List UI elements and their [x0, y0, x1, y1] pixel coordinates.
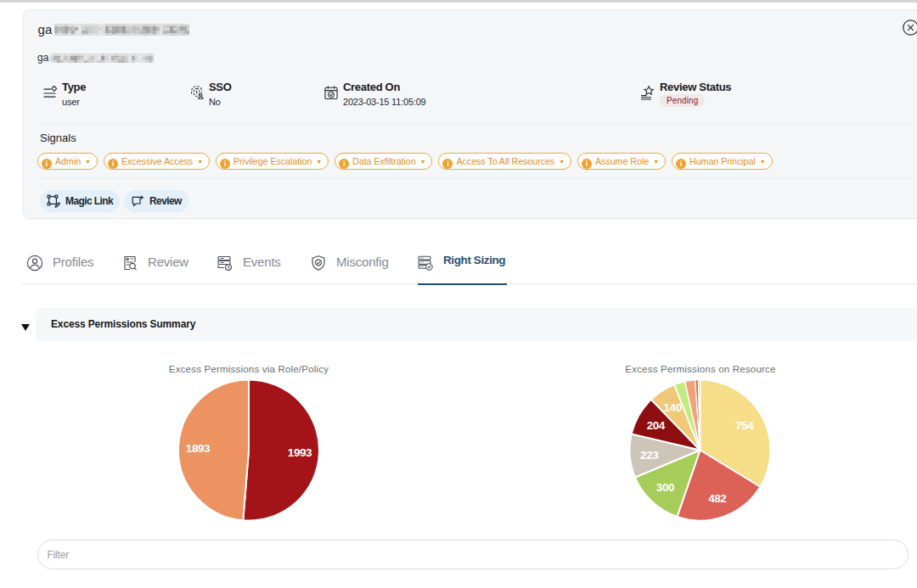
svg-text:754: 754 [735, 419, 754, 432]
svg-text:300: 300 [656, 481, 674, 494]
svg-text:204: 204 [647, 419, 666, 432]
svg-text:482: 482 [708, 492, 726, 505]
svg-text:1993: 1993 [288, 446, 312, 459]
svg-text:140: 140 [663, 401, 681, 414]
svg-text:223: 223 [640, 449, 659, 462]
svg-text:1893: 1893 [186, 442, 211, 455]
